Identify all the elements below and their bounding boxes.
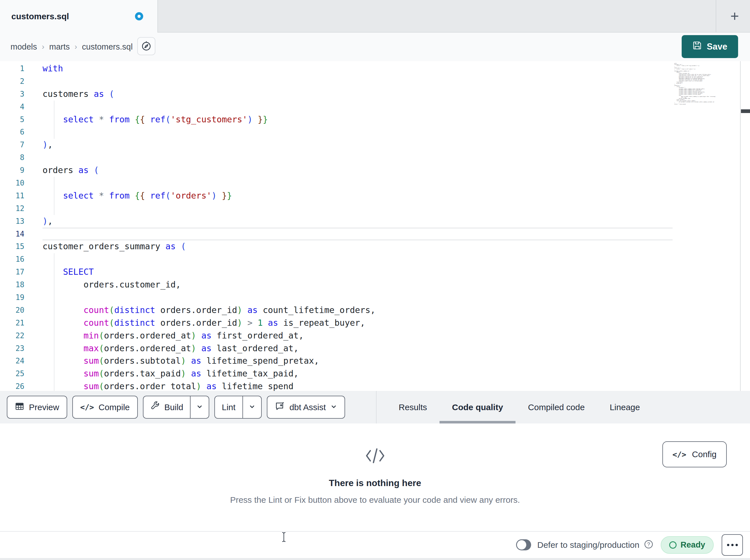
defer-toggle[interactable] (516, 539, 531, 551)
line-number[interactable]: 9 (0, 164, 24, 177)
line-number[interactable]: 16 (0, 253, 24, 266)
save-button[interactable]: Save (682, 35, 738, 58)
code-line[interactable]: orders as ( (42, 164, 673, 177)
code-line[interactable] (42, 253, 673, 266)
code-line[interactable]: select * from {{ ref('stg_customers') }} (42, 113, 673, 126)
status-ring-icon (669, 541, 676, 549)
code-content[interactable]: withcustomers as ( select * from {{ ref(… (42, 62, 673, 391)
code-line[interactable] (42, 101, 673, 113)
line-number[interactable]: 22 (0, 329, 24, 342)
code-line[interactable] (42, 228, 673, 241)
build-dropdown-button[interactable] (190, 396, 209, 418)
line-number[interactable]: 8 (0, 151, 24, 164)
text-cursor-pointer (281, 532, 287, 543)
lint-dropdown-button[interactable] (242, 396, 261, 418)
line-number[interactable]: 6 (0, 126, 24, 139)
code-line[interactable]: SELECT (42, 266, 673, 278)
code-line[interactable]: max(orders.ordered_at) as last_ordered_a… (42, 342, 673, 355)
unsaved-changes-indicator (135, 12, 143, 20)
editor-minimap[interactable]: withcustomers as ( select * from {{ ref(… (674, 63, 739, 105)
code-editor[interactable]: 1234567891011121314151617181920212223242… (0, 61, 750, 391)
build-button[interactable]: Build (143, 396, 190, 418)
code-line[interactable]: sum(orders.order_total) as lifetime_spen… (42, 380, 673, 391)
line-number[interactable]: 20 (0, 304, 24, 317)
toggle-knob (517, 540, 526, 549)
code-line[interactable]: count(distinct orders.order_id) as count… (42, 304, 673, 317)
code-line[interactable]: orders.customer_id, (42, 278, 673, 291)
more-options-button[interactable] (722, 534, 743, 556)
code-line[interactable]: customer_orders_summary as ( (42, 240, 673, 253)
scrollbar-track (740, 61, 741, 391)
lint-button[interactable]: Lint (215, 396, 242, 418)
code-line[interactable]: select * from {{ ref('orders') }} (42, 189, 673, 202)
toolbar-tabs-divider (376, 391, 377, 423)
line-number[interactable]: 15 (0, 240, 24, 253)
line-number[interactable]: 3 (0, 88, 24, 101)
config-label: Config (692, 450, 716, 459)
compile-button[interactable]: </> Compile (72, 396, 138, 419)
line-number[interactable]: 17 (0, 266, 24, 278)
code-line[interactable] (42, 291, 673, 304)
line-number-gutter[interactable]: 1234567891011121314151617181920212223242… (0, 62, 24, 391)
panel-tab-results[interactable]: Results (386, 391, 439, 423)
save-icon (692, 41, 702, 53)
breadcrumb-item[interactable]: customers.sql (82, 42, 133, 51)
code-line[interactable]: min(orders.ordered_at) as first_ordered_… (42, 329, 673, 342)
chevron-down-icon (330, 402, 337, 412)
code-line[interactable]: ), (42, 139, 673, 151)
new-tab-button[interactable]: + (719, 0, 750, 32)
compile-label: Compile (98, 402, 130, 412)
breadcrumb: models›marts›customers.sql (11, 33, 133, 61)
preview-label: Preview (29, 402, 59, 412)
assist-chat-sparkle-icon (275, 401, 285, 413)
line-number[interactable]: 21 (0, 317, 24, 329)
code-line[interactable] (42, 177, 673, 189)
line-number[interactable]: 4 (0, 101, 24, 113)
code-line[interactable]: sum(orders.subtotal) as lifetime_spend_p… (42, 355, 673, 367)
preview-button[interactable]: Preview (7, 396, 67, 419)
line-number[interactable]: 18 (0, 278, 24, 291)
compass-icon (141, 41, 152, 52)
line-number[interactable]: 2 (0, 75, 24, 88)
code-line[interactable] (42, 151, 673, 164)
scrollbar-thumb[interactable] (741, 109, 750, 113)
ide-status-badge[interactable]: Ready (661, 536, 714, 554)
tab-customers-sql[interactable]: customers.sql (0, 0, 158, 33)
status-bar: Defer to staging/production ? Ready (0, 531, 750, 558)
code-icon: </> (80, 403, 94, 412)
line-number[interactable]: 11 (0, 189, 24, 202)
panel-tab-compiled-code[interactable]: Compiled code (515, 391, 597, 423)
code-line[interactable] (42, 126, 673, 139)
navigate-file-button[interactable] (137, 37, 155, 55)
code-line[interactable] (42, 75, 673, 88)
line-number[interactable]: 7 (0, 139, 24, 151)
line-number[interactable]: 13 (0, 215, 24, 228)
line-number[interactable]: 10 (0, 177, 24, 189)
newtab-separator (716, 0, 716, 33)
code-line[interactable]: ), (42, 215, 673, 228)
line-number[interactable]: 24 (0, 355, 24, 367)
breadcrumb-item[interactable]: marts (50, 42, 70, 51)
help-icon[interactable]: ? (644, 540, 653, 550)
wrench-icon (150, 401, 160, 413)
line-number[interactable]: 26 (0, 380, 24, 391)
dbt-assist-button[interactable]: dbt Assist (267, 396, 345, 419)
breadcrumb-separator: › (42, 42, 44, 51)
line-number[interactable]: 5 (0, 113, 24, 126)
config-button[interactable]: </> Config (663, 441, 727, 468)
panel-tab-lineage[interactable]: Lineage (597, 391, 652, 423)
line-number[interactable]: 23 (0, 342, 24, 355)
code-line[interactable]: count(distinct orders.order_id) > 1 as i… (42, 317, 673, 329)
line-number[interactable]: 12 (0, 202, 24, 215)
code-line[interactable]: with (42, 62, 673, 75)
line-number[interactable]: 1 (0, 62, 24, 75)
line-number[interactable]: 14 (0, 228, 24, 241)
breadcrumb-item[interactable]: models (11, 42, 37, 51)
code-line[interactable] (42, 202, 673, 215)
dbt-ide-window: customers.sql + models›marts›customers.s… (0, 0, 750, 560)
code-line[interactable]: customers as ( (42, 88, 673, 101)
line-number[interactable]: 25 (0, 367, 24, 380)
line-number[interactable]: 19 (0, 291, 24, 304)
panel-tab-code-quality[interactable]: Code quality (439, 391, 515, 423)
code-line[interactable]: sum(orders.tax_paid) as lifetime_tax_pai… (42, 367, 673, 380)
